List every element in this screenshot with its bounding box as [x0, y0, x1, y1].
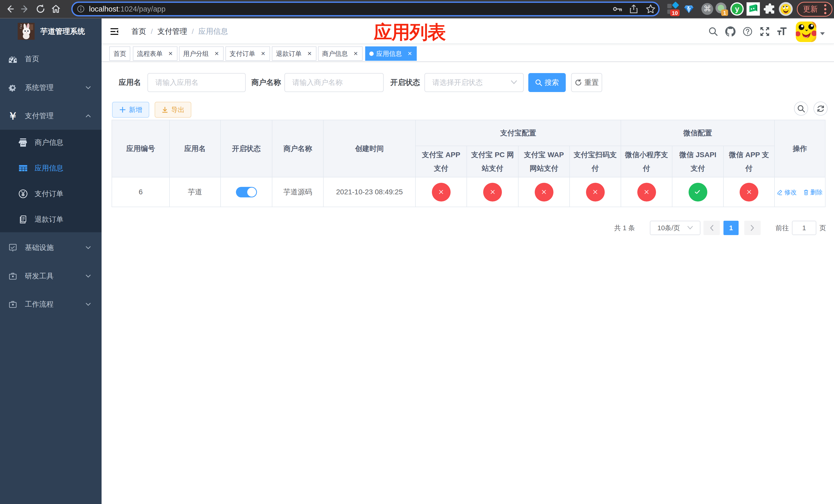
- svg-text:1: 1: [723, 10, 726, 16]
- svg-text:y: y: [735, 5, 739, 13]
- svg-text:⌘: ⌘: [703, 4, 711, 13]
- svg-text:10: 10: [672, 10, 678, 16]
